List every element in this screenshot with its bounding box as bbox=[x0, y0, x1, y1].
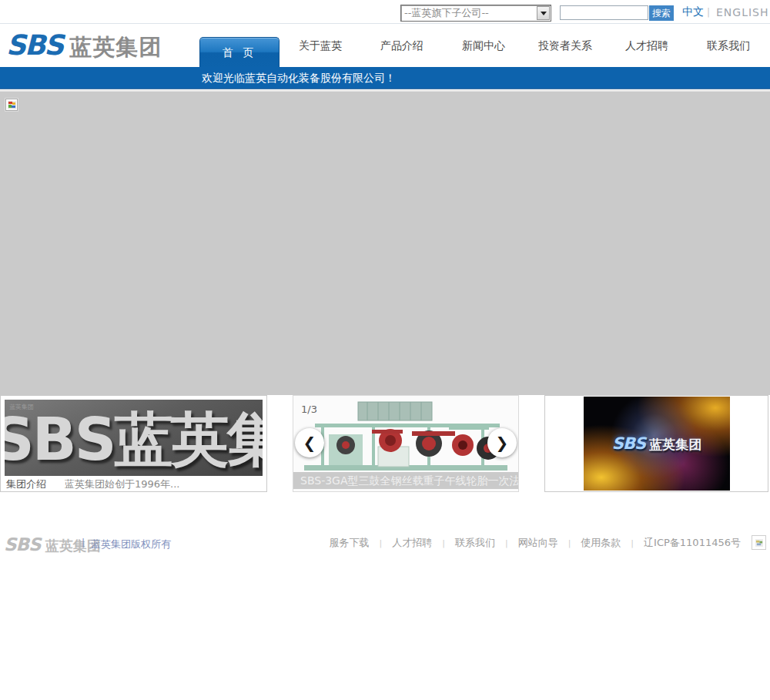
footer-link-divider: | bbox=[442, 538, 445, 548]
feature-cards-row: 蓝英集团 SBS蓝英集团 集团介绍 蓝英集团始创于1996年... 1/3 bbox=[0, 395, 770, 493]
intro-photo-letters: SBS蓝英集团 bbox=[5, 401, 263, 476]
slider-next-button[interactable]: ❯ bbox=[487, 428, 517, 457]
footer-link-divider: | bbox=[631, 538, 634, 548]
group-intro-image: 蓝英集团 SBS蓝英集团 bbox=[5, 400, 263, 476]
footer: SBS 蓝英集团 | 蓝英集团版权所有 服务下载 | 人才招聘 | 联系我们 |… bbox=[0, 531, 770, 554]
group-intro-card[interactable]: 蓝英集团 SBS蓝英集团 集团介绍 蓝英集团始创于1996年... bbox=[0, 395, 267, 492]
nav-item-investor-relations[interactable]: 投资者关系 bbox=[524, 25, 606, 67]
footer-badge-broken-image-icon[interactable] bbox=[752, 535, 766, 550]
intro-caption: 集团介绍 蓝英集团始创于1996年... bbox=[5, 476, 263, 492]
search-button[interactable]: 搜索 bbox=[649, 5, 674, 21]
chevron-right-icon: ❯ bbox=[496, 434, 509, 452]
corporate-video-card[interactable]: SBS 蓝英集团 bbox=[544, 395, 768, 492]
footer-link-contact[interactable]: 联系我们 bbox=[455, 536, 495, 550]
nav-item-products[interactable]: 产品介绍 bbox=[361, 25, 443, 67]
slide-caption: SBS-3GA型三鼓全钢丝载重子午线轮胎一次法成型机 bbox=[293, 472, 518, 489]
select-dropdown-button[interactable] bbox=[537, 6, 550, 20]
site-logo[interactable]: SBS 蓝英集团 bbox=[6, 31, 162, 63]
product-slider-card[interactable]: 1/3 bbox=[293, 395, 519, 492]
chevron-down-icon bbox=[541, 12, 547, 15]
intro-title: 集团介绍 bbox=[6, 477, 46, 491]
logo-company-name: 蓝英集团 bbox=[69, 32, 162, 63]
subsidiary-select-value: --蓝英旗下子公司-- bbox=[401, 6, 537, 20]
header: SBS 蓝英集团 首 页 关于蓝英 产品介绍 新闻中心 投资者关系 人才招聘 联… bbox=[0, 25, 770, 67]
video-logo-company-name: 蓝英集团 bbox=[649, 436, 701, 454]
footer-logo-sbs-text: SBS bbox=[4, 534, 41, 554]
subsidiary-select[interactable]: --蓝英旗下子公司-- bbox=[400, 5, 551, 22]
broken-image-glyph bbox=[755, 539, 763, 547]
logo-sbs-text: SBS bbox=[6, 31, 62, 60]
icp-license-link[interactable]: 辽ICP备11011456号 bbox=[644, 536, 741, 550]
welcome-text: 欢迎光临蓝英自动化装备股份有限公司！ bbox=[202, 67, 396, 89]
footer-separator: | bbox=[82, 538, 85, 548]
video-logo: SBS 蓝英集团 bbox=[612, 434, 701, 454]
video-logo-sbs-text: SBS bbox=[612, 434, 645, 453]
language-separator: | bbox=[707, 0, 710, 24]
nav-item-careers[interactable]: 人才招聘 bbox=[606, 25, 688, 67]
footer-link-divider: | bbox=[379, 538, 382, 548]
main-banner-placeholder bbox=[0, 90, 770, 395]
nav-item-about[interactable]: 关于蓝英 bbox=[280, 25, 361, 67]
footer-link-downloads[interactable]: 服务下载 bbox=[329, 536, 369, 550]
nav-item-news[interactable]: 新闻中心 bbox=[443, 25, 524, 67]
copyright-text: 蓝英集团版权所有 bbox=[91, 538, 171, 551]
welcome-bar: 欢迎光临蓝英自动化装备股份有限公司！ bbox=[0, 67, 770, 89]
nav-item-home[interactable]: 首 页 bbox=[199, 37, 280, 67]
footer-link-divider: | bbox=[505, 538, 508, 548]
main-nav: 首 页 关于蓝英 产品介绍 新闻中心 投资者关系 人才招聘 联系我们 bbox=[199, 25, 770, 67]
top-bar: --蓝英旗下子公司-- 搜索 中文 | ENGLISH bbox=[0, 0, 770, 24]
language-english-link[interactable]: ENGLISH bbox=[716, 0, 769, 24]
video-thumbnail[interactable]: SBS 蓝英集团 bbox=[584, 397, 730, 491]
chevron-left-icon: ❮ bbox=[303, 434, 316, 452]
footer-link-divider: | bbox=[568, 538, 571, 548]
slide-counter: 1/3 bbox=[301, 404, 317, 415]
footer-link-terms[interactable]: 使用条款 bbox=[581, 536, 621, 550]
footer-links: 服务下载 | 人才招聘 | 联系我们 | 网站向导 | 使用条款 | 辽ICP备… bbox=[329, 536, 741, 550]
footer-link-careers[interactable]: 人才招聘 bbox=[392, 536, 432, 550]
intro-summary: 蓝英集团始创于1996年... bbox=[65, 477, 179, 491]
broken-image-glyph bbox=[8, 101, 16, 109]
language-chinese-link[interactable]: 中文 bbox=[682, 0, 704, 24]
footer-logo: SBS 蓝英集团 bbox=[4, 534, 101, 555]
product-slider-stage: 1/3 bbox=[293, 396, 518, 491]
broken-image-icon bbox=[5, 99, 18, 111]
slider-prev-button[interactable]: ❮ bbox=[295, 428, 324, 457]
nav-item-contact[interactable]: 联系我们 bbox=[688, 25, 769, 67]
search-input[interactable] bbox=[560, 5, 648, 20]
footer-link-sitemap[interactable]: 网站向导 bbox=[518, 536, 558, 550]
page: --蓝英旗下子公司-- 搜索 中文 | ENGLISH SBS 蓝英集团 首 页… bbox=[0, 0, 770, 700]
